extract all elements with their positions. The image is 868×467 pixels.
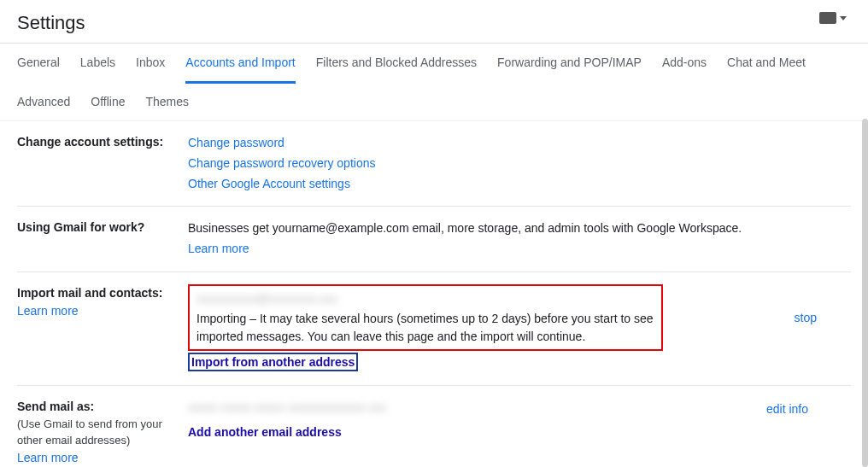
tab-inbox[interactable]: Inbox	[136, 44, 165, 83]
tab-labels[interactable]: Labels	[80, 44, 115, 83]
other-account-settings-link[interactable]: Other Google Account settings	[188, 174, 851, 195]
tab-forwarding[interactable]: Forwarding and POP/IMAP	[497, 44, 642, 83]
page-title: Settings	[0, 0, 868, 43]
section-change-account: Change account settings: Change password…	[17, 121, 851, 207]
settings-content: Change account settings: Change password…	[0, 121, 868, 467]
tab-general[interactable]: General	[17, 44, 60, 83]
tab-offline[interactable]: Offline	[91, 83, 125, 120]
change-password-link[interactable]: Change password	[188, 133, 851, 154]
tab-advanced[interactable]: Advanced	[17, 83, 70, 120]
add-another-email-link[interactable]: Add another email address	[188, 423, 851, 443]
tab-addons[interactable]: Add-ons	[662, 44, 707, 83]
gmail-work-label: Using Gmail for work?	[17, 219, 179, 260]
send-as-email-redacted: xxxxx xxxxx xxxxx xxxxxxxxxxxxx xxx	[188, 398, 851, 418]
import-email-redacted: xxxxxxxxxx@xxxxxxxx.xxx	[196, 289, 654, 310]
import-stop-link[interactable]: stop	[795, 308, 817, 329]
tab-chat-meet[interactable]: Chat and Meet	[727, 44, 806, 83]
tab-accounts-import[interactable]: Accounts and Import	[185, 44, 295, 84]
gmail-work-text: Businesses get yourname@example.com emai…	[188, 219, 851, 239]
send-as-learn-more[interactable]: Learn more	[17, 449, 179, 467]
import-label: Import mail and contacts:	[17, 284, 179, 302]
scrollbar[interactable]	[862, 119, 868, 467]
gmail-work-learn-more[interactable]: Learn more	[188, 239, 851, 260]
tab-themes[interactable]: Themes	[146, 83, 190, 120]
import-status-box: xxxxxxxxxx@xxxxxxxx.xxx Importing – It m…	[188, 284, 663, 351]
section-gmail-work: Using Gmail for work? Businesses get you…	[17, 207, 851, 272]
section-import: Import mail and contacts: Learn more xxx…	[17, 272, 851, 386]
chevron-down-icon	[840, 16, 847, 20]
import-another-address-link[interactable]: Import from another address	[188, 353, 358, 371]
keyboard-icon	[819, 12, 836, 24]
edit-info-link[interactable]: edit info	[766, 400, 808, 420]
tab-filters[interactable]: Filters and Blocked Addresses	[316, 44, 477, 83]
import-status-text: Importing – It may take several hours (s…	[196, 310, 654, 346]
import-learn-more[interactable]: Learn more	[17, 302, 179, 320]
change-recovery-link[interactable]: Change password recovery options	[188, 154, 851, 174]
input-tools-dropdown[interactable]	[819, 12, 847, 24]
settings-tabs: General Labels Inbox Accounts and Import…	[0, 44, 868, 121]
section-send-as: Send mail as: (Use Gmail to send from yo…	[17, 386, 851, 467]
send-as-sublabel: (Use Gmail to send from your other email…	[17, 416, 179, 449]
send-as-label: Send mail as:	[17, 398, 179, 416]
change-account-label: Change account settings:	[17, 133, 179, 194]
